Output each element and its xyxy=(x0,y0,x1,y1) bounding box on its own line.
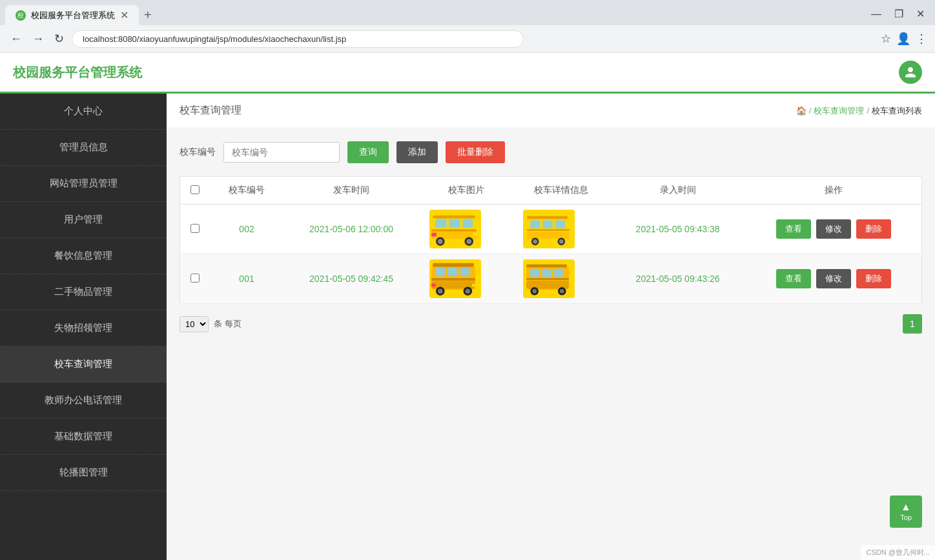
sidebar-item-personal-center[interactable]: 个人中心 xyxy=(0,94,167,130)
query-button[interactable]: 查询 xyxy=(347,141,389,163)
svg-rect-28 xyxy=(460,268,470,277)
main-layout: 个人中心 管理员信息 网站管理员管理 用户管理 餐饮信息管理 二手物品管理 失物… xyxy=(0,94,935,560)
more-button[interactable]: ⋮ xyxy=(916,32,927,46)
account-button[interactable]: 👤 xyxy=(896,32,910,46)
address-right-controls: ☆ 👤 ⋮ xyxy=(881,32,927,46)
main-content: 校车查询管理 🏠 / 校车查询管理 / 校车查询列表 校车编号 查询 添加 批量… xyxy=(167,94,935,560)
batch-delete-button[interactable]: 批量删除 xyxy=(446,141,505,163)
back-button[interactable]: ← xyxy=(8,30,25,48)
back-to-top-button[interactable]: ▲ Top xyxy=(890,495,922,528)
svg-point-33 xyxy=(466,288,471,294)
col-header-detail: 校车详情信息 xyxy=(513,177,610,205)
sidebar-item-admin-info[interactable]: 管理员信息 xyxy=(0,130,167,166)
app-header: 校园服务平台管理系统 xyxy=(0,53,935,94)
close-button[interactable]: ✕ xyxy=(911,6,930,21)
page-header: 校车查询管理 🏠 / 校车查询管理 / 校车查询列表 xyxy=(167,94,935,128)
row1-bus-image xyxy=(429,210,481,248)
home-icon[interactable]: 🏠 xyxy=(796,106,807,115)
row2-checkbox[interactable] xyxy=(190,274,200,283)
refresh-button[interactable]: ↻ xyxy=(52,29,67,48)
tab-close-button[interactable]: ✕ xyxy=(120,9,128,21)
forward-button[interactable]: → xyxy=(30,30,46,48)
svg-rect-47 xyxy=(526,265,567,268)
col-header-id: 校车编号 xyxy=(210,177,283,205)
active-tab[interactable]: 校 校园服务平台管理系统 ✕ xyxy=(5,5,139,25)
svg-rect-36 xyxy=(433,263,474,267)
row1-detail-image xyxy=(523,210,575,248)
row1-checkbox[interactable] xyxy=(190,224,200,233)
svg-point-31 xyxy=(438,288,443,294)
add-button[interactable]: 添加 xyxy=(396,141,438,163)
bookmark-button[interactable]: ☆ xyxy=(881,32,891,46)
row1-checkbox-cell xyxy=(180,205,211,254)
per-page-select[interactable]: 10 20 50 xyxy=(180,316,209,332)
sidebar-item-user-mgmt[interactable]: 用户管理 xyxy=(0,202,167,238)
user-avatar[interactable] xyxy=(899,61,922,84)
breadcrumb-bus-mgmt[interactable]: 校车查询管理 xyxy=(814,105,864,117)
row2-depart-time: 2021-05-05 09:42:45 xyxy=(283,254,419,304)
pagination-area: 10 20 50 条 每页 1 xyxy=(180,314,922,334)
svg-rect-14 xyxy=(527,232,570,239)
row1-detail-cell xyxy=(513,205,610,254)
svg-point-7 xyxy=(438,239,443,244)
svg-point-9 xyxy=(466,239,471,244)
sidebar-item-lostfound-mgmt[interactable]: 失物招领管理 xyxy=(0,310,167,346)
window-controls: — ❐ ✕ xyxy=(866,6,930,24)
svg-rect-11 xyxy=(473,233,478,237)
watermark: CSDN @曾几何时... xyxy=(861,545,935,560)
row1-view-button[interactable]: 查看 xyxy=(776,219,811,239)
svg-point-46 xyxy=(560,289,564,294)
col-header-image: 校车图片 xyxy=(419,177,513,205)
back-to-top-arrow: ▲ xyxy=(901,502,911,512)
row1-actions: 查看 修改 删除 xyxy=(746,205,922,254)
table-row: 002 2021-05-06 12:00:00 xyxy=(180,205,922,254)
row1-delete-button[interactable]: 删除 xyxy=(856,219,891,239)
row2-view-button[interactable]: 查看 xyxy=(776,269,811,288)
sidebar-item-teacher-phone-mgmt[interactable]: 教师办公电话管理 xyxy=(0,383,167,419)
new-tab-button[interactable]: + xyxy=(139,8,157,23)
sidebar-item-catering-mgmt[interactable]: 餐饮信息管理 xyxy=(0,238,167,274)
sidebar-item-banner-mgmt[interactable]: 轮播图管理 xyxy=(0,455,167,491)
row1-id: 002 xyxy=(210,205,283,254)
sidebar-item-secondhand-mgmt[interactable]: 二手物品管理 xyxy=(0,274,167,310)
browser-tab-bar: 校 校园服务平台管理系统 ✕ + — ❐ ✕ xyxy=(0,0,935,25)
row2-delete-button[interactable]: 删除 xyxy=(856,269,891,288)
url-input[interactable] xyxy=(72,30,524,48)
svg-rect-35 xyxy=(472,284,477,287)
maximize-button[interactable]: ❐ xyxy=(889,6,909,21)
svg-point-20 xyxy=(533,239,538,244)
row2-image-cell xyxy=(419,254,513,304)
sidebar-item-site-admin[interactable]: 网站管理员管理 xyxy=(0,166,167,202)
row1-image-cell xyxy=(419,205,513,254)
svg-rect-27 xyxy=(447,268,457,277)
back-to-top-label: Top xyxy=(900,514,912,521)
svg-rect-5 xyxy=(431,229,477,232)
svg-rect-41 xyxy=(554,269,564,277)
tab-favicon: 校 xyxy=(15,10,26,21)
svg-rect-12 xyxy=(433,215,475,219)
row1-edit-button[interactable]: 修改 xyxy=(816,219,851,239)
svg-rect-42 xyxy=(526,278,569,280)
page-1-button[interactable]: 1 xyxy=(903,314,922,334)
minimize-button[interactable]: — xyxy=(866,6,887,21)
svg-rect-16 xyxy=(543,220,553,228)
svg-rect-15 xyxy=(530,220,540,228)
svg-rect-29 xyxy=(431,278,475,281)
svg-point-44 xyxy=(533,289,537,294)
search-input[interactable] xyxy=(223,142,340,163)
col-header-depart-time: 发车时间 xyxy=(283,177,419,205)
svg-rect-4 xyxy=(463,219,473,228)
row2-bus-image xyxy=(429,259,481,298)
svg-point-22 xyxy=(559,239,564,244)
row2-actions: 查看 修改 删除 xyxy=(746,254,922,304)
row2-checkbox-cell xyxy=(180,254,211,304)
col-header-action: 操作 xyxy=(746,177,922,205)
row2-edit-button[interactable]: 修改 xyxy=(816,269,851,288)
per-page-label: 条 每页 xyxy=(214,318,241,330)
sidebar-item-bus-mgmt[interactable]: 校车查询管理 xyxy=(0,346,167,383)
row1-action-cell: 查看 修改 删除 xyxy=(756,219,911,239)
select-all-checkbox[interactable] xyxy=(190,185,200,194)
sidebar-item-base-data-mgmt[interactable]: 基础数据管理 xyxy=(0,419,167,455)
sidebar: 个人中心 管理员信息 网站管理员管理 用户管理 餐饮信息管理 二手物品管理 失物… xyxy=(0,94,167,560)
table-row: 001 2021-05-05 09:42:45 xyxy=(180,254,922,304)
